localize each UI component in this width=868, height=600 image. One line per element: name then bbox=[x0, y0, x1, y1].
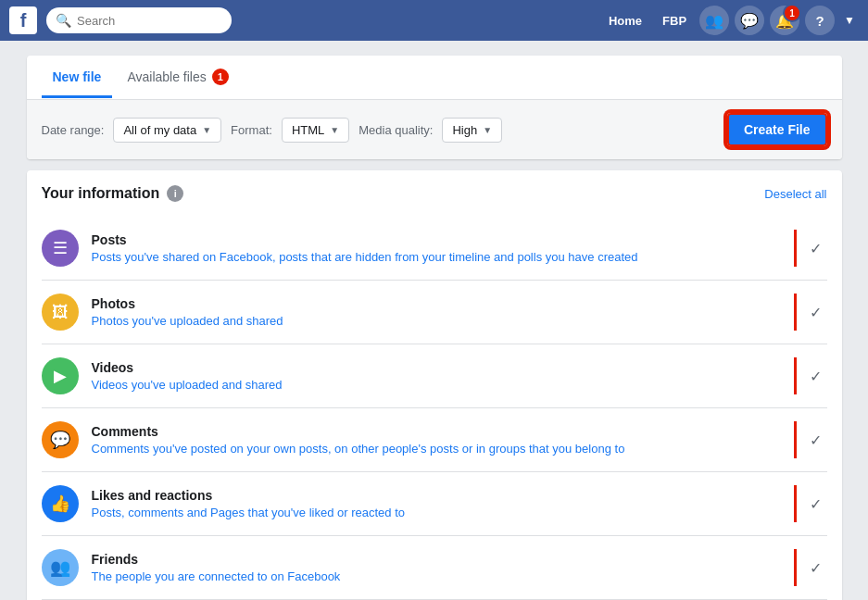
check-mark-0: ✓ bbox=[810, 240, 822, 257]
row-icon-1: 🖼 bbox=[42, 294, 79, 331]
row-desc-3: Comments you've posted on your own posts… bbox=[92, 442, 781, 456]
row-title-5: Friends bbox=[92, 552, 781, 567]
row-icon-3: 💬 bbox=[42, 421, 79, 458]
check-mark-4: ✓ bbox=[810, 495, 822, 513]
checkbox-area-1[interactable]: ✓ bbox=[794, 294, 827, 331]
format-select[interactable]: HTML ▼ bbox=[282, 118, 349, 143]
create-file-button[interactable]: Create File bbox=[727, 113, 827, 146]
media-quality-value: High bbox=[452, 123, 477, 137]
row-icon-5: 👥 bbox=[42, 549, 79, 586]
nav-home[interactable]: Home bbox=[601, 10, 649, 31]
friends-icon: 👥 bbox=[705, 12, 723, 30]
check-mark-3: ✓ bbox=[810, 431, 822, 449]
checkbox-area-2[interactable]: ✓ bbox=[794, 357, 827, 394]
row-icon-4: 👍 bbox=[42, 485, 79, 522]
row-desc-0: Posts you've shared on Facebook, posts t… bbox=[92, 250, 781, 264]
nav-fbp[interactable]: FBP bbox=[655, 10, 694, 31]
row-title-0: Posts bbox=[92, 232, 781, 247]
row-title-4: Likes and reactions bbox=[92, 488, 781, 503]
info-title: Your information i bbox=[42, 185, 184, 202]
tab-available-files-label: Available files bbox=[127, 69, 206, 84]
row-desc-1: Photos you've uploaded and shared bbox=[92, 314, 781, 328]
row-title-3: Comments bbox=[92, 424, 781, 439]
list-item: ☰ Posts Posts you've shared on Facebook,… bbox=[42, 217, 827, 280]
format-value: HTML bbox=[292, 123, 324, 137]
tab-available-files[interactable]: Available files 1 bbox=[116, 56, 239, 99]
checkbox-area-3[interactable]: ✓ bbox=[794, 421, 827, 458]
messenger-icon: 💬 bbox=[740, 12, 759, 30]
row-icon-0: ☰ bbox=[42, 230, 79, 267]
help-icon-btn[interactable]: ? bbox=[805, 6, 835, 35]
bell-icon: 🔔 bbox=[775, 12, 794, 30]
check-mark-1: ✓ bbox=[810, 304, 822, 321]
info-header: Your information i Deselect all bbox=[42, 185, 827, 202]
media-quality-arrow: ▼ bbox=[483, 125, 492, 135]
date-range-arrow: ▼ bbox=[202, 125, 211, 135]
list-item: ▶ Videos Videos you've uploaded and shar… bbox=[42, 344, 827, 407]
navbar: f 🔍 Home FBP 👥 💬 🔔 ? ▼ bbox=[0, 0, 868, 41]
row-text-4: Likes and reactions Posts, comments and … bbox=[92, 488, 781, 519]
list-item: 👥 Friends The people you are connected t… bbox=[42, 535, 827, 599]
data-rows-container: ☰ Posts Posts you've shared on Facebook,… bbox=[42, 217, 827, 600]
row-text-3: Comments Comments you've posted on your … bbox=[92, 424, 781, 456]
your-information-card: Your information i Deselect all ☰ Posts … bbox=[27, 170, 842, 600]
tabs-card: New file Available files 1 Date range: A… bbox=[27, 56, 842, 159]
media-quality-select[interactable]: High ▼ bbox=[442, 118, 502, 143]
date-range-select[interactable]: All of my data ▼ bbox=[113, 118, 221, 143]
list-item: 🖼 Photos Photos you've uploaded and shar… bbox=[42, 280, 827, 344]
row-text-5: Friends The people you are connected to … bbox=[92, 552, 781, 583]
search-icon: 🔍 bbox=[56, 13, 71, 28]
row-text-0: Posts Posts you've shared on Facebook, p… bbox=[92, 232, 781, 264]
tabs-header: New file Available files 1 bbox=[27, 56, 842, 100]
list-item: 💬 Comments Comments you've posted on you… bbox=[42, 407, 827, 471]
date-range-value: All of my data bbox=[123, 123, 196, 137]
deselect-all-button[interactable]: Deselect all bbox=[764, 187, 826, 201]
nav-links: Home FBP 👥 💬 🔔 ? ▼ bbox=[601, 6, 859, 35]
row-text-2: Videos Videos you've uploaded and shared bbox=[92, 360, 781, 392]
row-desc-2: Videos you've uploaded and shared bbox=[92, 378, 781, 392]
format-arrow: ▼ bbox=[330, 125, 339, 135]
checkbox-area-0[interactable]: ✓ bbox=[794, 230, 827, 267]
checkbox-area-5[interactable]: ✓ bbox=[794, 549, 827, 586]
search-input[interactable] bbox=[77, 14, 222, 28]
row-text-1: Photos Photos you've uploaded and shared bbox=[92, 296, 781, 328]
filters-bar: Date range: All of my data ▼ Format: HTM… bbox=[27, 100, 842, 159]
row-desc-5: The people you are connected to on Faceb… bbox=[92, 569, 781, 583]
row-desc-4: Posts, comments and Pages that you've li… bbox=[92, 506, 781, 519]
media-quality-label: Media quality: bbox=[359, 123, 433, 137]
check-mark-5: ✓ bbox=[810, 559, 822, 577]
friends-icon-btn[interactable]: 👥 bbox=[699, 6, 729, 35]
checkbox-area-4[interactable]: ✓ bbox=[794, 485, 827, 522]
messenger-icon-btn[interactable]: 💬 bbox=[735, 6, 764, 35]
row-icon-2: ▶ bbox=[42, 357, 79, 394]
tab-new-file[interactable]: New file bbox=[42, 56, 113, 98]
row-title-2: Videos bbox=[92, 360, 781, 375]
format-label: Format: bbox=[231, 123, 272, 137]
main-content: New file Available files 1 Date range: A… bbox=[27, 56, 842, 600]
check-mark-2: ✓ bbox=[810, 368, 822, 385]
search-bar[interactable]: 🔍 bbox=[46, 7, 232, 33]
tab-new-file-label: New file bbox=[53, 69, 102, 84]
date-range-label: Date range: bbox=[42, 123, 105, 137]
facebook-logo: f bbox=[9, 6, 37, 34]
list-item: 👍 Likes and reactions Posts, comments an… bbox=[42, 471, 827, 535]
row-title-1: Photos bbox=[92, 296, 781, 311]
question-icon: ? bbox=[816, 13, 824, 29]
account-dropdown[interactable]: ▼ bbox=[840, 10, 859, 31]
info-help-icon[interactable]: i bbox=[167, 185, 183, 202]
notifications-icon-btn[interactable]: 🔔 bbox=[770, 6, 799, 35]
available-files-badge: 1 bbox=[212, 69, 229, 85]
